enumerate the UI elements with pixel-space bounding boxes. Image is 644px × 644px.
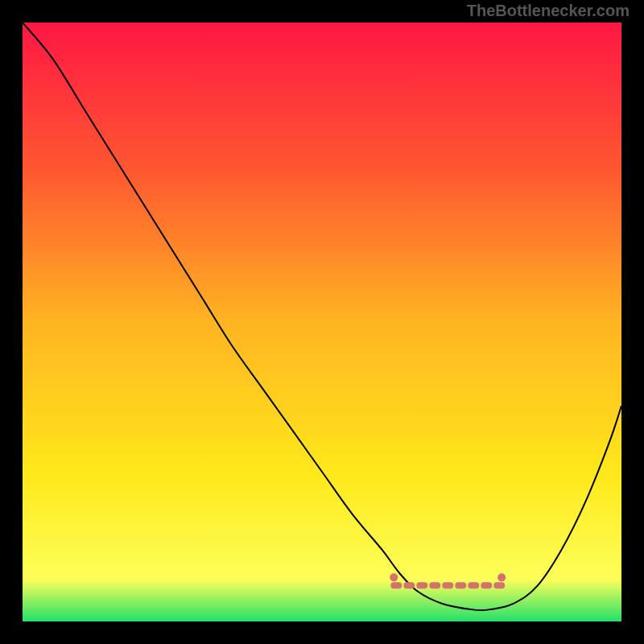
svg-point-1	[390, 573, 398, 581]
watermark-text: TheBottlenecker.com	[467, 2, 630, 20]
chart-plot-area	[23, 23, 621, 621]
chart-svg	[23, 23, 621, 621]
svg-point-2	[497, 573, 506, 581]
gradient-background	[23, 23, 621, 621]
